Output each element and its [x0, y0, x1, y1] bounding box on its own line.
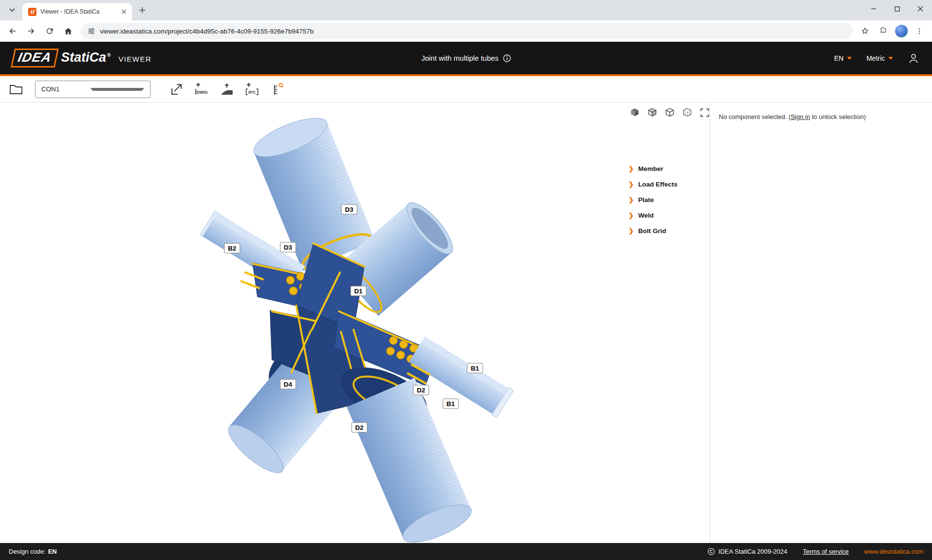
export-ifc-button[interactable]: IFC	[243, 81, 261, 98]
svg-text:D3: D3	[284, 244, 292, 251]
svg-text:D2: D2	[355, 424, 363, 431]
status-right: IDEA StatiCa 2009-2024 Terms of service …	[708, 548, 923, 555]
project-title: Joint with multiple tubes	[421, 54, 510, 62]
share-link-icon	[169, 83, 183, 96]
svg-text:D3: D3	[345, 206, 354, 213]
export-dwg-button[interactable]: DWG	[192, 81, 211, 98]
viewer-toolbar: CON1 DWG	[0, 76, 932, 102]
copyright: IDEA StatiCa 2009-2024	[708, 548, 787, 555]
status-bar: Design code: EN IDEA StatiCa 2009-2024 T…	[0, 543, 932, 560]
component-tree: ❯ Member ❯ Load Effects ❯ Plate ❯ Weld ❯…	[628, 161, 678, 238]
browser-menu-icon[interactable]	[911, 22, 928, 40]
joint-3d-scene[interactable]: D2 D3 D3 B2 D1 D4 B1 B1 D2	[0, 102, 710, 543]
dwg-export-icon: DWG	[194, 82, 209, 97]
window-controls	[862, 0, 932, 17]
chevron-down-icon	[888, 57, 893, 60]
weld-export-icon	[220, 82, 234, 97]
share-link-button[interactable]	[167, 81, 186, 98]
design-code-label: Design code:	[9, 548, 46, 555]
terms-of-service-link[interactable]: Terms of service	[803, 548, 849, 555]
no-selection-message: No component selected. (	[719, 113, 791, 120]
header-controls: EN Metric	[834, 52, 919, 64]
logo-idea-text: IDEA	[17, 50, 53, 65]
export-weld-button[interactable]	[218, 81, 236, 98]
chevron-down-icon	[90, 88, 144, 91]
chevron-down-icon	[9, 8, 15, 12]
units-value: Metric	[866, 54, 885, 62]
chevron-right-icon: ❯	[628, 228, 634, 234]
tab-close-icon[interactable]	[119, 7, 128, 16]
no-selection-message-suffix: to unlock selection)	[810, 113, 866, 120]
main-area: D2 D3 D3 B2 D1 D4 B1 B1 D2	[0, 102, 932, 543]
tree-item-plate[interactable]: ❯ Plate	[628, 192, 678, 207]
close-window-button[interactable]	[909, 0, 932, 17]
detail-panel: No component selected. (Sign in to unloc…	[710, 102, 932, 543]
tree-item-load-effects[interactable]: ❯ Load Effects	[628, 176, 678, 192]
language-dropdown[interactable]: EN	[834, 54, 851, 62]
view-shaded-edges-icon[interactable]	[646, 106, 659, 119]
info-icon[interactable]	[503, 54, 511, 62]
member-label: D2	[413, 385, 429, 395]
copyright-icon	[708, 548, 715, 555]
language-value: EN	[834, 54, 843, 62]
chevron-down-icon	[847, 57, 852, 60]
fullscreen-icon[interactable]	[698, 106, 711, 119]
site-settings-icon	[87, 27, 95, 35]
svg-text:IFC: IFC	[248, 89, 255, 95]
tree-item-bolt-grid[interactable]: ❯ Bolt Grid	[628, 223, 678, 238]
connection-select-value: CON1	[41, 85, 90, 93]
chevron-right-icon: ❯	[628, 181, 634, 187]
profile-avatar[interactable]	[895, 25, 908, 37]
measure-search-icon	[270, 82, 285, 97]
forward-button[interactable]	[22, 22, 40, 40]
user-account-icon[interactable]	[908, 52, 919, 64]
svg-text:D2: D2	[417, 387, 425, 394]
bookmark-star-icon[interactable]	[856, 22, 874, 40]
reload-button[interactable]	[41, 22, 58, 40]
open-project-button[interactable]	[7, 81, 25, 98]
chevron-right-icon: ❯	[628, 166, 634, 172]
svg-text:B2: B2	[228, 245, 236, 252]
folder-icon	[9, 84, 23, 95]
design-code-value: EN	[48, 548, 57, 555]
extensions-icon[interactable]	[875, 22, 892, 40]
svg-text:B1: B1	[446, 400, 455, 407]
browser-tab[interactable]: Viewer - IDEA StatiCa	[22, 3, 132, 20]
tab-title: Viewer - IDEA StatiCa	[40, 8, 116, 15]
view-transparent-icon[interactable]	[663, 106, 676, 119]
chevron-right-icon: ❯	[628, 212, 634, 219]
view-wireframe-icon[interactable]	[681, 106, 694, 119]
tree-item-member[interactable]: ❯ Member	[628, 161, 678, 176]
ideastatica-logo: IDEA StatiCa® VIEWER	[13, 49, 152, 68]
url-text: viewer.ideastatica.com/project/c4b4d95c-…	[100, 28, 314, 35]
svg-text:D1: D1	[354, 288, 363, 295]
tab-strip: Viewer - IDEA StatiCa	[0, 0, 932, 20]
address-bar[interactable]: viewer.ideastatica.com/project/c4b4d95c-…	[81, 23, 852, 39]
ifc-export-icon: IFC	[245, 82, 259, 97]
model-viewport[interactable]: D2 D3 D3 B2 D1 D4 B1 B1 D2	[0, 102, 710, 543]
project-title-text: Joint with multiple tubes	[421, 54, 498, 62]
measure-search-button[interactable]	[268, 81, 287, 98]
minimize-button[interactable]	[862, 0, 885, 17]
tab-search-button[interactable]	[5, 3, 19, 17]
tree-item-weld[interactable]: ❯ Weld	[628, 207, 678, 223]
connection-select[interactable]: CON1	[35, 81, 151, 98]
svg-text:B1: B1	[471, 365, 479, 372]
svg-text:DWG: DWG	[196, 89, 207, 95]
units-dropdown[interactable]: Metric	[866, 54, 893, 62]
website-link[interactable]: www.ideastatica.com	[864, 548, 923, 555]
back-button[interactable]	[4, 22, 21, 40]
app-header: IDEA StatiCa® VIEWER Joint with multiple…	[0, 42, 932, 76]
browser-navbar: viewer.ideastatica.com/project/c4b4d95c-…	[0, 20, 932, 42]
ideastatica-favicon-icon	[28, 8, 36, 16]
view-shaded-icon[interactable]	[628, 106, 641, 119]
logo-statica-text: StatiCa®	[61, 50, 111, 65]
maximize-button[interactable]	[885, 0, 909, 17]
export-tools: DWG IFC	[167, 81, 287, 98]
new-tab-button[interactable]	[135, 3, 150, 17]
svg-text:D4: D4	[284, 381, 292, 388]
app-name: VIEWER	[119, 55, 152, 63]
sign-in-link[interactable]: Sign in	[791, 113, 810, 120]
home-button[interactable]	[59, 22, 77, 40]
browser-chrome: Viewer - IDEA StatiCa	[0, 0, 932, 42]
